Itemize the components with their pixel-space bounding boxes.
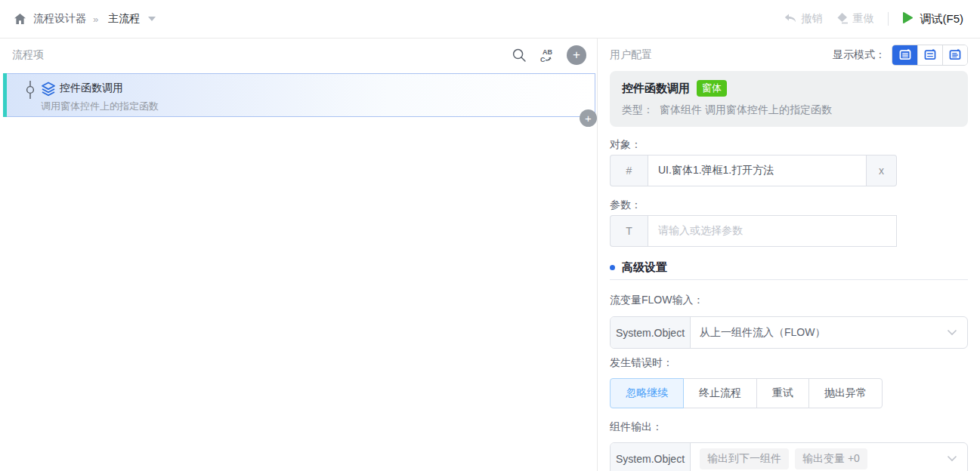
display-mode-label: 显示模式：	[833, 48, 886, 62]
bullet-dot-icon	[610, 265, 615, 270]
on-error-button-group: 忽略继续 终止流程 重试 抛出异常	[610, 378, 883, 408]
advanced-settings-header: 高级设置	[610, 260, 968, 275]
search-icon[interactable]	[512, 48, 527, 63]
debug-button[interactable]: 调试(F5)	[902, 11, 964, 26]
node-port-icon[interactable]	[25, 78, 36, 105]
toolbar-divider	[888, 12, 889, 26]
flow-items-title: 流程项	[12, 48, 44, 62]
params-input[interactable]: 请输入或选择参数	[648, 215, 897, 247]
breadcrumb: 流程设计器 » 主流程	[14, 12, 156, 26]
insert-step-button[interactable]: +	[580, 109, 597, 127]
output-label: 组件输出：	[610, 420, 968, 434]
advanced-settings-title: 高级设置	[622, 260, 667, 275]
flow-item-title: 控件函数调用	[60, 82, 123, 95]
redo-label: 重做	[853, 12, 874, 26]
chevron-down-icon[interactable]	[148, 17, 156, 21]
component-summary-card: 控件函数调用 窗体 类型： 窗体组件 调用窗体控件上的指定函数	[610, 71, 968, 127]
object-clear-button[interactable]: x	[867, 155, 897, 186]
display-mode-control: 显示模式：	[833, 45, 968, 66]
on-error-option-retry[interactable]: 重试	[756, 378, 809, 408]
object-input[interactable]: UI.窗体1.弹框1.打开方法	[648, 155, 867, 186]
flow-input-value: 从上一组件流入（FLOW）	[691, 317, 947, 348]
flow-item-card[interactable]: 控件函数调用 调用窗体控件上的指定函数 +	[3, 73, 595, 117]
flow-items-tools: AB C +	[512, 45, 586, 65]
display-mode-compact-button[interactable]	[942, 45, 967, 65]
output-tag-next-component[interactable]: 输出到下一组件	[700, 448, 789, 469]
output-select[interactable]: System.Object 输出到下一组件 输出变量 +0	[610, 442, 968, 471]
on-error-option-throw[interactable]: 抛出异常	[808, 378, 883, 408]
display-mode-detailed-button[interactable]	[892, 45, 917, 65]
component-type-text: 窗体组件 调用窗体控件上的指定函数	[660, 103, 832, 117]
display-mode-medium-button[interactable]	[917, 45, 942, 65]
layers-icon	[40, 81, 57, 100]
object-field-label: 对象：	[610, 138, 968, 152]
display-mode-segmented	[892, 45, 968, 66]
flow-input-select[interactable]: System.Object 从上一组件流入（FLOW）	[610, 316, 968, 349]
section-divider	[610, 279, 968, 280]
user-config-header: 用户配置 显示模式：	[610, 38, 968, 71]
component-badge: 窗体	[697, 80, 727, 97]
main-area: 流程项 AB C +	[0, 38, 980, 471]
breadcrumb-app[interactable]: 流程设计器	[33, 12, 86, 26]
on-error-option-ignore[interactable]: 忽略继续	[610, 378, 684, 408]
object-prefix-addon[interactable]: #	[610, 155, 648, 186]
add-flow-item-button[interactable]: +	[567, 45, 586, 65]
debug-label: 调试(F5)	[920, 12, 964, 26]
top-bar: 流程设计器 » 主流程 撤销 重做 调试(F5)	[0, 0, 980, 38]
undo-button[interactable]: 撤销	[784, 12, 823, 26]
redo-icon	[835, 12, 849, 26]
on-error-label: 发生错误时：	[610, 356, 968, 370]
user-config-panel: 用户配置 显示模式： 控件函数调用 窗体	[597, 38, 980, 471]
flow-items-panel: 流程项 AB C +	[0, 38, 597, 471]
object-input-group: # UI.窗体1.弹框1.打开方法 x	[610, 155, 897, 186]
rename-icon[interactable]: AB C	[538, 48, 555, 63]
flow-input-type: System.Object	[611, 317, 691, 348]
undo-label: 撤销	[802, 12, 823, 26]
breadcrumb-separator: »	[93, 14, 98, 25]
flow-input-label: 流变量FLOW输入：	[610, 294, 968, 307]
home-icon[interactable]	[14, 13, 26, 25]
params-field-label: 参数：	[610, 199, 968, 212]
chevron-down-icon	[947, 443, 967, 471]
flow-item-subtitle: 调用窗体控件上的指定函数	[41, 100, 159, 113]
chevron-down-icon	[947, 317, 967, 348]
params-prefix-addon[interactable]: T	[610, 215, 648, 247]
breadcrumb-current[interactable]: 主流程	[108, 12, 140, 26]
user-config-title: 用户配置	[610, 48, 652, 62]
undo-icon	[784, 12, 797, 26]
redo-button[interactable]: 重做	[835, 12, 874, 26]
output-type: System.Object	[611, 443, 691, 471]
svg-text:AB: AB	[543, 48, 552, 56]
component-title: 控件函数调用	[622, 82, 690, 96]
svg-text:C: C	[540, 56, 546, 63]
topbar-actions: 撤销 重做 调试(F5)	[784, 11, 964, 26]
output-tags: 输出到下一组件 输出变量 +0	[691, 443, 947, 471]
on-error-option-terminate[interactable]: 终止流程	[683, 378, 757, 408]
output-tag-variable[interactable]: 输出变量 +0	[795, 448, 867, 469]
flow-items-header: 流程项 AB C +	[0, 38, 597, 71]
params-input-group: T 请输入或选择参数	[610, 215, 897, 247]
flow-item-accent-bar	[3, 73, 7, 117]
component-type-label: 类型：	[622, 103, 654, 117]
play-icon	[902, 11, 914, 26]
